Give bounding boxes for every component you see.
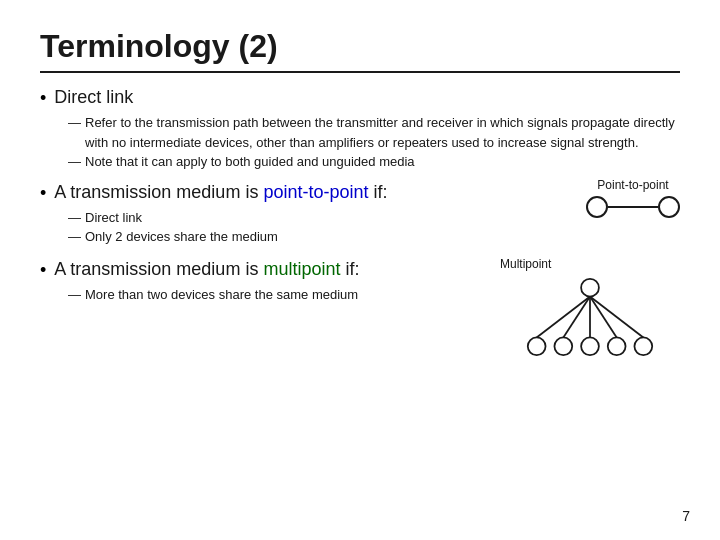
bullet-1-main: • Direct link: [40, 87, 680, 109]
bullet-2-sub1-text: Direct link: [85, 208, 142, 228]
ptp-node-left: [586, 196, 608, 218]
bullet-2-main: • A transmission medium is point-to-poin…: [40, 182, 556, 204]
bullet-3-text: A transmission medium is multipoint if:: [54, 259, 359, 280]
bullet-2-sub-2: Only 2 devices share the medium: [68, 227, 556, 247]
svg-point-9: [608, 337, 626, 355]
multipoint-diagram-label: Multipoint: [500, 257, 551, 271]
ptp-diagram-label: Point-to-point: [597, 178, 668, 192]
slide: Terminology (2) • Direct link Refer to t…: [0, 0, 720, 540]
svg-point-7: [554, 337, 572, 355]
svg-point-10: [634, 337, 652, 355]
bullet-3-sub1-text: More than two devices share the same med…: [85, 285, 358, 305]
bullet-dot-1: •: [40, 88, 46, 109]
svg-line-2: [563, 296, 590, 337]
bullet-section-3: • A transmission medium is multipoint if…: [40, 259, 680, 357]
bullet-2-subs: Direct link Only 2 devices share the med…: [68, 208, 556, 247]
page-number: 7: [682, 508, 690, 524]
bullet-2-end: if:: [368, 182, 387, 202]
bullet-3-end: if:: [340, 259, 359, 279]
bullet-3-text-area: • A transmission medium is multipoint if…: [40, 259, 480, 309]
repeaters-text: repeaters: [393, 135, 448, 150]
bullet-section-1: • Direct link Refer to the transmission …: [40, 87, 680, 172]
bullet-2-text-area: • A transmission medium is point-to-poin…: [40, 182, 556, 251]
bullet-dot-3: •: [40, 260, 46, 281]
mp-tree-svg: [500, 277, 680, 357]
bullet-2-sub-1: Direct link: [68, 208, 556, 228]
slide-title: Terminology (2): [40, 28, 680, 65]
bullet-2-sub2-text: Only 2 devices share the medium: [85, 227, 278, 247]
bullet-1-sub-1: Refer to the transmission path between t…: [68, 113, 680, 152]
ptp-line: [608, 206, 658, 208]
bullet-3-start: A transmission medium is: [54, 259, 263, 279]
ptp-nodes: [586, 196, 680, 218]
sub1-text-start: Refer to the transmission path between t…: [85, 113, 680, 152]
bullet-dot-2: •: [40, 183, 46, 204]
bullet-3-highlight: multipoint: [263, 259, 340, 279]
bullet-1-subs: Refer to the transmission path between t…: [68, 113, 680, 172]
amplifiers-text: amplifiers: [318, 135, 374, 150]
bullet-section-2: • A transmission medium is point-to-poin…: [40, 182, 680, 251]
title-divider: [40, 71, 680, 73]
mp-tree: [500, 277, 680, 357]
bullet-3-subs: More than two devices share the same med…: [68, 285, 480, 305]
svg-line-5: [590, 296, 643, 337]
ptp-diagram: Point-to-point: [586, 178, 680, 218]
ptp-node-right: [658, 196, 680, 218]
svg-point-6: [528, 337, 546, 355]
bullet-2-highlight: point-to-point: [263, 182, 368, 202]
bullet-2-start: A transmission medium is: [54, 182, 263, 202]
svg-point-0: [581, 278, 599, 296]
bullet-1-sub-2: Note that it can apply to both guided an…: [68, 152, 680, 172]
svg-line-1: [537, 296, 590, 337]
svg-point-8: [581, 337, 599, 355]
bullet-3-main: • A transmission medium is multipoint if…: [40, 259, 480, 281]
bullet-1-text: Direct link: [54, 87, 133, 108]
multipoint-diagram: Multipoint: [500, 257, 680, 357]
bullet-2-text: A transmission medium is point-to-point …: [54, 182, 387, 203]
sub2-text: Note that it can apply to both guided an…: [85, 152, 415, 172]
bullet-3-sub-1: More than two devices share the same med…: [68, 285, 480, 305]
svg-line-4: [590, 296, 617, 337]
